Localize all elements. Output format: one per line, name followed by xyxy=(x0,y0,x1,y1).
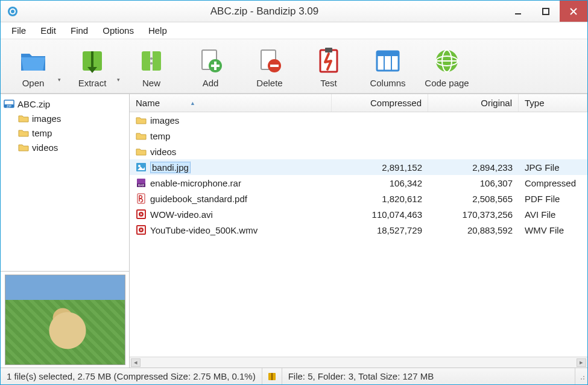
svg-point-12 xyxy=(150,57,153,60)
file-row[interactable]: YouTube-video_500K.wmv18,527,72920,883,5… xyxy=(130,222,587,238)
folder-icon xyxy=(136,130,147,141)
tree-node-images[interactable]: images xyxy=(2,111,128,126)
toolbar-label: Extract xyxy=(78,78,107,88)
tree-node-videos[interactable]: videos xyxy=(2,140,128,154)
file-type: AVI File xyxy=(519,206,587,222)
toolbar-label: Delete xyxy=(256,78,282,88)
folder-icon xyxy=(136,115,147,126)
column-header-name[interactable]: Name ▲ xyxy=(130,94,332,112)
tree-node-temp[interactable]: temp xyxy=(2,126,128,140)
app-window: ABC.zip - Bandizip 3.09 FileEditFindOpti… xyxy=(0,0,588,385)
file-original: 2,894,233 xyxy=(428,159,519,175)
chevron-down-icon[interactable]: ▾ xyxy=(58,77,61,83)
new-archive-icon xyxy=(137,46,166,75)
file-compressed xyxy=(332,128,428,144)
tree-node-abc-zip[interactable]: ZIPABC.zip xyxy=(2,97,128,111)
pdf-icon xyxy=(136,193,147,204)
delete-button[interactable]: Delete xyxy=(241,44,299,91)
horizontal-scrollbar[interactable]: ◂ ▸ xyxy=(130,357,587,368)
maximize-button[interactable] xyxy=(532,1,560,22)
file-name: WOW-video.avi xyxy=(150,209,213,220)
scroll-left-icon[interactable]: ◂ xyxy=(131,358,141,367)
open-button[interactable]: Open▾ xyxy=(4,44,62,91)
resize-grip-icon[interactable] xyxy=(575,372,587,381)
main-area: ZIPABC.zipimagestempvideos Name ▲ Compre… xyxy=(1,94,587,368)
menu-edit[interactable]: Edit xyxy=(33,24,63,37)
svg-text:RAR: RAR xyxy=(138,183,145,187)
svg-rect-4 xyxy=(543,8,549,14)
image-icon xyxy=(136,162,147,173)
file-list[interactable]: imagestempvideosbandi.jpg2,891,1522,894,… xyxy=(130,112,587,357)
svg-point-35 xyxy=(138,165,141,167)
chevron-down-icon[interactable]: ▾ xyxy=(117,77,120,83)
file-row[interactable]: temp xyxy=(130,128,587,144)
file-name: temp xyxy=(150,131,170,141)
folder-icon xyxy=(136,146,147,157)
svg-rect-3 xyxy=(515,13,521,14)
file-type xyxy=(519,112,587,128)
new-button[interactable]: New xyxy=(122,44,180,91)
tree-node-label: videos xyxy=(32,142,58,153)
rar-icon: RAR xyxy=(136,177,147,188)
column-header-compressed[interactable]: Compressed xyxy=(332,94,428,112)
toolbar: Open▾Extract▾NewAddDeleteTestColumnsCode… xyxy=(1,39,587,94)
svg-rect-11 xyxy=(150,51,153,71)
status-summary: File: 5, Folder: 3, Total Size: 127 MB xyxy=(282,368,575,384)
codepage-button[interactable]: Code page xyxy=(418,44,476,91)
file-name: YouTube-video_500K.wmv xyxy=(150,225,258,235)
file-compressed: 106,342 xyxy=(332,175,428,191)
column-headers: Name ▲ Compressed Original Type xyxy=(130,94,587,112)
preview-thumbnail xyxy=(5,275,125,365)
titlebar: ABC.zip - Bandizip 3.09 xyxy=(1,1,587,22)
file-original: 170,373,256 xyxy=(428,206,519,222)
delete-icon xyxy=(255,46,284,75)
svg-point-49 xyxy=(583,378,584,380)
scroll-right-icon[interactable]: ▸ xyxy=(577,358,586,367)
file-original: 20,883,592 xyxy=(428,222,519,238)
file-row[interactable]: images xyxy=(130,112,587,128)
file-row[interactable]: WOW-video.avi110,074,463170,373,256AVI F… xyxy=(130,206,587,222)
zip-icon: ZIP xyxy=(3,98,15,110)
columns-button[interactable]: Columns xyxy=(359,44,417,91)
file-compressed xyxy=(332,112,428,128)
toolbar-label: Columns xyxy=(370,78,405,88)
file-type xyxy=(519,144,587,159)
video-icon xyxy=(136,209,147,220)
test-icon xyxy=(314,46,343,75)
columns-icon xyxy=(373,46,402,75)
folder-tree[interactable]: ZIPABC.zipimagestempvideos xyxy=(1,94,129,271)
file-row[interactable]: RARenable-microphone.rar106,342106,307Co… xyxy=(130,175,587,191)
column-header-name-label: Name xyxy=(136,98,160,108)
file-row[interactable]: guidebook_standard.pdf1,820,6122,508,565… xyxy=(130,191,587,206)
svg-text:ZIP: ZIP xyxy=(7,104,11,108)
video-icon xyxy=(136,224,147,235)
file-compressed: 1,820,612 xyxy=(332,191,428,206)
svg-point-50 xyxy=(581,378,582,380)
test-button[interactable]: Test xyxy=(300,44,358,91)
column-header-type[interactable]: Type xyxy=(519,94,587,112)
menu-options[interactable]: Options xyxy=(95,24,141,37)
close-button[interactable] xyxy=(560,1,587,22)
window-controls xyxy=(504,1,587,22)
file-name: guidebook_standard.pdf xyxy=(150,194,247,204)
folder-open-icon xyxy=(19,46,48,75)
menu-help[interactable]: Help xyxy=(141,24,174,37)
minimize-button[interactable] xyxy=(504,1,532,22)
add-button[interactable]: Add xyxy=(182,44,239,91)
extract-button[interactable]: Extract▾ xyxy=(63,44,121,91)
svg-rect-17 xyxy=(211,65,220,67)
file-type: WMV File xyxy=(519,222,587,238)
file-type: Compressed xyxy=(519,175,587,191)
file-original xyxy=(428,128,519,144)
file-name: bandi.jpg xyxy=(150,162,191,173)
column-header-original[interactable]: Original xyxy=(428,94,519,112)
file-compressed xyxy=(332,144,428,159)
folder-icon xyxy=(17,127,30,139)
menu-find[interactable]: Find xyxy=(63,24,95,37)
file-row[interactable]: bandi.jpg2,891,1522,894,233JPG File xyxy=(130,159,587,175)
file-row[interactable]: videos xyxy=(130,144,587,159)
menu-file[interactable]: File xyxy=(4,24,33,37)
folder-icon xyxy=(17,112,30,124)
toolbar-label: Add xyxy=(203,78,219,88)
window-title: ABC.zip - Bandizip 3.09 xyxy=(25,5,504,18)
